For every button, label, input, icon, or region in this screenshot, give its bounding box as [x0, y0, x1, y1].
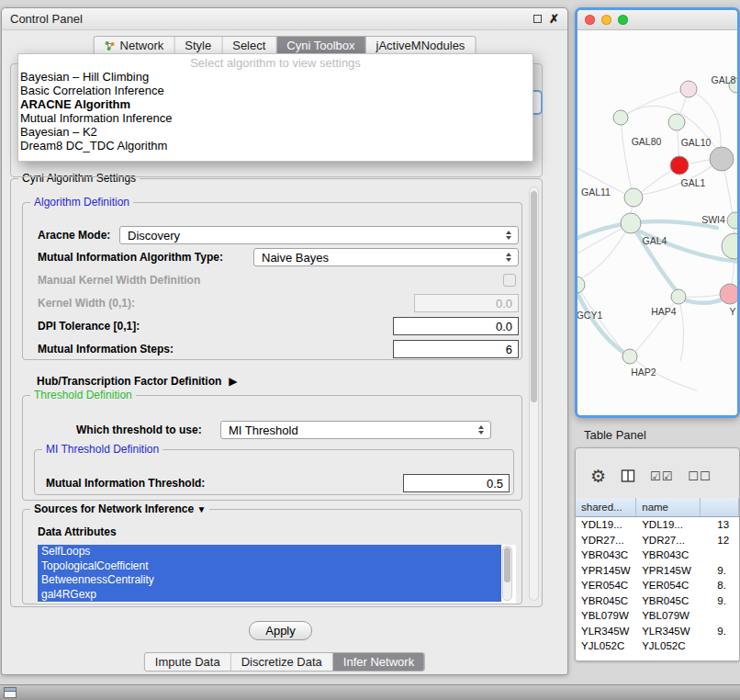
- graph-node[interactable]: [722, 233, 737, 259]
- graph-edge: [635, 297, 678, 352]
- algorithm-option[interactable]: Dream8 DC_TDC Algorithm: [18, 139, 533, 152]
- data-attribute-item[interactable]: BetweennessCentrality: [38, 573, 501, 588]
- manual-kernel-width-checkbox[interactable]: [503, 274, 516, 287]
- scrollbar-thumb[interactable]: [531, 191, 537, 402]
- mi-algorithm-type-select[interactable]: Naive Bayes: [253, 248, 519, 266]
- panel-title: Control Panel: [10, 12, 83, 26]
- graph-node[interactable]: [670, 156, 689, 175]
- graph-node[interactable]: [624, 188, 643, 207]
- graph-node[interactable]: [680, 81, 697, 97]
- tab-cyni-toolbox[interactable]: Cyni Toolbox: [276, 37, 365, 54]
- float-window-icon[interactable]: [533, 15, 542, 23]
- which-threshold-select[interactable]: MI Threshold: [220, 421, 491, 439]
- graph-node[interactable]: [710, 147, 734, 171]
- table-row[interactable]: YER054CYER054C8.: [576, 578, 739, 593]
- minimize-button[interactable]: [601, 15, 611, 25]
- mi-threshold-label: Mutual Information Threshold:: [46, 474, 205, 492]
- aracne-mode-select[interactable]: Discovery: [119, 226, 519, 244]
- mi-steps-label: Mutual Information Steps:: [38, 340, 174, 358]
- table-row[interactable]: YBR045CYBR045C9.: [576, 593, 739, 609]
- sources-group: Sources for Network Inference ▼ Data Att…: [22, 509, 522, 604]
- close-button[interactable]: [585, 15, 595, 25]
- node-label: SWI4: [701, 214, 725, 225]
- deselect-all-icon[interactable]: ☐☐: [688, 470, 711, 482]
- node-label: GAL1: [681, 177, 706, 188]
- network-icon: [105, 40, 116, 51]
- data-attribute-item[interactable]: gal4RGexp: [38, 588, 501, 603]
- tab-impute-data[interactable]: Impute Data: [145, 653, 231, 671]
- tab-style[interactable]: Style: [174, 37, 222, 54]
- graph-node[interactable]: [622, 349, 637, 364]
- algorithm-option[interactable]: Bayesian – Hill Climbing: [18, 70, 533, 84]
- titlebar-controls: ✗: [533, 13, 559, 25]
- tab-infer-network[interactable]: Infer Network: [333, 653, 424, 671]
- network-canvas[interactable]: GAL8GAL80GAL10GAL11GAL1SWI4GAL4GCY1HAP4Y…: [577, 30, 737, 415]
- dpi-tolerance-input[interactable]: 0.0: [393, 317, 519, 335]
- graph-node[interactable]: [577, 277, 585, 293]
- graph-node[interactable]: [621, 213, 641, 233]
- mi-threshold-group: MI Threshold Definition Mutual Informati…: [34, 449, 514, 495]
- attribute-list-scrollbar[interactable]: [502, 546, 512, 601]
- table-cell: 13: [701, 519, 739, 530]
- scrollbar-thumb[interactable]: [504, 548, 510, 582]
- minimized-window-icon[interactable]: [4, 687, 17, 698]
- node-label: GAL11: [581, 186, 611, 198]
- tab-network[interactable]: Network: [95, 37, 175, 54]
- mi-threshold-input[interactable]: 0.5: [403, 474, 510, 492]
- mi-steps-input[interactable]: 6: [393, 340, 519, 358]
- table-cell: YBR043C: [576, 549, 636, 560]
- tab-label: Cyni Toolbox: [286, 39, 354, 52]
- tab-discretize-data[interactable]: Discretize Data: [231, 653, 333, 671]
- table-row[interactable]: YJL052CYJL052C: [576, 638, 739, 654]
- graph-edge: [678, 297, 684, 361]
- column-header-extra[interactable]: [701, 498, 739, 516]
- expand-arrow-icon[interactable]: ▶: [229, 375, 237, 388]
- settings-scrollbar[interactable]: [529, 186, 539, 601]
- stepper-icon: [476, 425, 487, 435]
- hub-definition-section[interactable]: Hub/Transcription Factor Definition ▶: [37, 374, 238, 389]
- node-label: HAP2: [631, 367, 656, 378]
- apply-button[interactable]: Apply: [249, 621, 312, 640]
- table-cell: 9.: [701, 595, 739, 606]
- graph-edge: [621, 118, 633, 198]
- status-strip: [0, 684, 740, 700]
- graph-node[interactable]: [668, 114, 685, 130]
- tab-select[interactable]: Select: [222, 37, 276, 54]
- column-header-name[interactable]: name: [636, 498, 701, 516]
- algorithm-option[interactable]: Mutual Information Inference: [18, 111, 533, 125]
- column-header-shared[interactable]: shared...: [576, 498, 636, 516]
- algorithm-option[interactable]: Bayesian – K2: [18, 125, 533, 139]
- algorithm-option[interactable]: Basic Correlation Inference: [18, 84, 533, 97]
- table-row[interactable]: YDR27...YDR27...12: [576, 533, 739, 548]
- collapse-arrow-icon[interactable]: ▼: [196, 504, 206, 514]
- graph-node[interactable]: [727, 212, 737, 229]
- network-graph[interactable]: GAL8GAL80GAL10GAL11GAL1SWI4GAL4GCY1HAP4Y…: [577, 30, 737, 415]
- algorithm-option[interactable]: ARACNE Algorithm: [18, 97, 533, 111]
- select-columns-icon[interactable]: [621, 469, 635, 483]
- sources-title[interactable]: Sources for Network Inference ▼: [30, 502, 209, 515]
- tab-label: Network: [120, 39, 164, 52]
- table-cell: YJL052C: [636, 640, 701, 651]
- table-row[interactable]: YBR043CYBR043C: [576, 548, 739, 563]
- graph-node[interactable]: [720, 284, 737, 304]
- table-row[interactable]: YLR345WYLR345W9.: [576, 624, 739, 639]
- zoom-button[interactable]: [618, 15, 628, 25]
- node-label: HAP4: [651, 306, 677, 317]
- table-cell: YER054C: [576, 580, 636, 591]
- table-row[interactable]: YDL19...YDL19...13: [576, 517, 739, 533]
- tab-jactivemnodules[interactable]: jActiveMNodules: [366, 37, 476, 54]
- gear-icon[interactable]: ⚙: [590, 468, 606, 485]
- node-label: GAL10: [681, 137, 712, 148]
- data-attribute-item[interactable]: TopologicalCoefficient: [38, 559, 501, 574]
- table-header: shared...name: [576, 498, 739, 517]
- graph-node[interactable]: [613, 110, 628, 125]
- data-attribute-item[interactable]: SelfLoops: [38, 545, 501, 559]
- table-row[interactable]: YBL079WYBL079W: [576, 608, 739, 624]
- select-all-icon[interactable]: ☑☑: [650, 470, 673, 482]
- data-attributes-list[interactable]: SelfLoopsTopologicalCoefficientBetweenne…: [38, 545, 516, 604]
- table-cell: YJL052C: [576, 640, 636, 651]
- graph-node[interactable]: [671, 289, 686, 304]
- close-icon[interactable]: ✗: [549, 13, 559, 25]
- table-panel-title: Table Panel: [584, 428, 646, 442]
- table-row[interactable]: YPR145WYPR145W9.: [576, 563, 739, 579]
